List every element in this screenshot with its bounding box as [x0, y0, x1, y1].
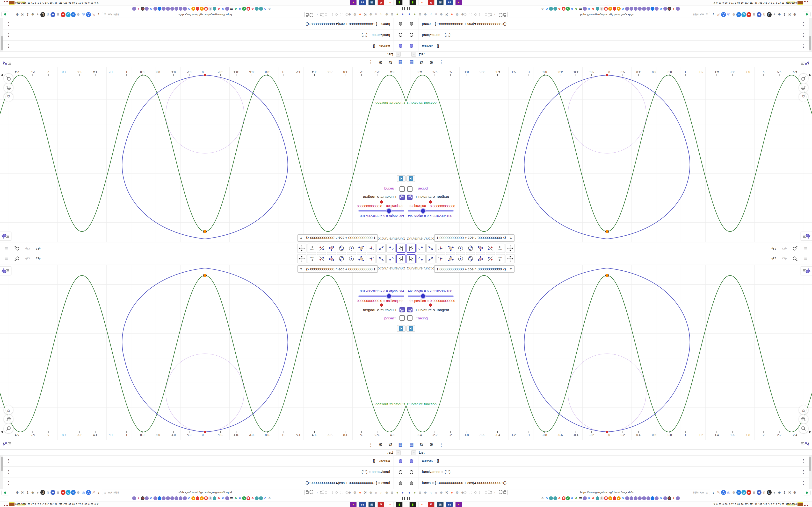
list-item[interactable]: curves = {}⋮ [0, 456, 406, 467]
pause-icon[interactable] [402, 7, 405, 10]
polygon-tool[interactable] [446, 254, 455, 264]
extension-icon[interactable]: ◎ [81, 490, 86, 495]
browser-toolbar-icon[interactable]: ● [395, 12, 400, 17]
favicon[interactable] [170, 496, 174, 500]
favicon[interactable] [553, 496, 557, 500]
tracing-checkbox[interactable] [400, 315, 405, 321]
back-arrow-icon[interactable]: ← [494, 490, 497, 494]
kebab-icon[interactable]: ⋮ [367, 59, 374, 66]
browser-toolbar-icon[interactable]: ∩ [373, 490, 378, 495]
favicon[interactable] [583, 7, 587, 11]
curvature-tangent-checkbox[interactable] [407, 307, 412, 313]
extension-icon[interactable]: ↓ [96, 490, 101, 495]
list-item[interactable]: curves = {}⋮ [406, 456, 812, 467]
favicon[interactable] [183, 7, 187, 11]
visibility-dot[interactable] [410, 470, 413, 474]
translate-icon[interactable]: A⤄ [700, 13, 704, 16]
favicon[interactable]: G [221, 7, 225, 11]
zoom-in-button[interactable] [4, 414, 13, 424]
kebab-icon[interactable]: ⋮ [6, 33, 11, 38]
terminal-app-icon[interactable]: ▮ [396, 0, 403, 5]
extension-icon[interactable]: A [86, 490, 91, 495]
favicon[interactable]: f [672, 496, 676, 500]
favicon[interactable] [651, 496, 654, 500]
extension-icon[interactable]: ✱ [51, 12, 55, 17]
extension-icon[interactable]: ▯ [762, 490, 767, 495]
extension-icon[interactable]: ▯ [752, 12, 756, 17]
favicon[interactable] [179, 7, 183, 11]
algebra-stylebar-toggle[interactable] [2, 59, 11, 66]
favicon[interactable] [655, 496, 659, 500]
visibility-dot[interactable] [399, 33, 402, 37]
graphics-stylebar-toggle[interactable] [801, 232, 812, 241]
lock-icon[interactable] [503, 490, 507, 495]
favicon[interactable] [633, 7, 638, 11]
browser-toolbar-icon[interactable]: ⊕ [439, 12, 444, 17]
extension-icon[interactable]: + [737, 490, 741, 495]
favicon[interactable]: G [263, 496, 267, 500]
favicon[interactable]: G [149, 496, 153, 500]
step-forward-button[interactable] [406, 175, 415, 182]
favicon[interactable] [633, 496, 638, 500]
redo-button[interactable]: ↷ [780, 254, 789, 264]
chevron-up-icon[interactable]: ⌃ [4, 496, 7, 500]
browser-toolbar-icon[interactable]: ∩ [428, 12, 433, 17]
favicon[interactable] [613, 496, 616, 500]
visibility-dot[interactable] [410, 33, 413, 37]
extension-icon[interactable]: ⚙ [76, 12, 81, 17]
zoom-out-button[interactable] [799, 424, 808, 433]
favicon[interactable]: G [545, 7, 549, 11]
favicon[interactable]: ▲ [608, 496, 612, 500]
favicon[interactable]: G [621, 496, 625, 500]
favicon[interactable]: i [600, 496, 604, 500]
graphics-view[interactable]: -2.4-2.2-2-1.8-1.6-1.4-1.2-1-0.8-0.6-0.4… [406, 265, 812, 440]
collapse-button[interactable]: − [411, 52, 416, 57]
floppy64-app-icon[interactable]: 64 [446, 0, 453, 5]
home-button[interactable]: ⌂ [799, 405, 808, 414]
graphics-stylebar-toggle[interactable] [0, 266, 11, 275]
bookmark-star-icon[interactable]: ☆ [103, 491, 107, 495]
extension-icon[interactable]: ● [747, 12, 751, 17]
translate-icon[interactable]: A⤄ [700, 491, 704, 494]
search-icon[interactable] [12, 254, 21, 264]
extension-icon[interactable]: ⚙ [792, 490, 797, 495]
fx-icon[interactable]: fx [418, 59, 425, 66]
zoom-in-button[interactable] [799, 83, 808, 93]
favicon[interactable] [213, 496, 216, 500]
favicon[interactable] [179, 496, 183, 500]
ellipse-tool[interactable] [337, 243, 346, 253]
fx-icon[interactable]: fx [418, 441, 425, 448]
browser-toolbar-icon[interactable]: ∩ [379, 12, 384, 17]
visibility-dot[interactable] [399, 44, 402, 48]
profile-chip[interactable] [803, 490, 811, 495]
circle-center-tool[interactable] [347, 254, 356, 264]
extension-icon[interactable]: ⚒ [20, 12, 25, 17]
extension-icon[interactable]: L [767, 490, 772, 495]
extension-icon[interactable]: A [86, 12, 91, 17]
url-field[interactable]: https://www.geogebra.org/classic/aagcxh3… [102, 12, 305, 17]
zoom-badge[interactable]: 81% [114, 491, 119, 494]
translate-icon[interactable]: A⤄ [108, 13, 112, 16]
function-dropdown[interactable]: 1.000000000000 + cos(4.000000000000 x) ▼ [434, 265, 514, 273]
favicon[interactable]: W [579, 496, 582, 500]
curvature-tangent-checkbox[interactable] [400, 307, 405, 313]
ellipse-tool[interactable] [337, 254, 346, 264]
favicon[interactable]: G [570, 7, 574, 11]
browser-toolbar-icon[interactable]: ⚒ [363, 12, 368, 17]
zoom-badge[interactable]: 81% [693, 13, 698, 16]
extension-icon[interactable]: ● [61, 490, 65, 495]
favicon[interactable] [647, 496, 650, 500]
browser-toolbar-icon[interactable]: ● [358, 490, 362, 495]
favicon[interactable] [133, 7, 136, 11]
extension-icon[interactable]: ↥ [25, 490, 30, 495]
browser-toolbar-icon[interactable]: ⚙ [455, 12, 460, 17]
favicon[interactable]: G [187, 496, 191, 500]
list-item[interactable]: funcs = {1.000000000000 + cos(4.00000000… [0, 18, 406, 29]
function-dropdown[interactable]: 1.000000000000 + cos(4.000000000000 x) ▼ [298, 234, 378, 242]
reflect-tool[interactable] [317, 254, 326, 264]
favicon[interactable]: Я [204, 7, 208, 11]
favicon[interactable]: ⚙ [667, 496, 671, 500]
favicon[interactable] [638, 496, 642, 500]
arc-position-slider-knob[interactable] [380, 201, 383, 204]
folder-icon[interactable] [488, 13, 492, 17]
